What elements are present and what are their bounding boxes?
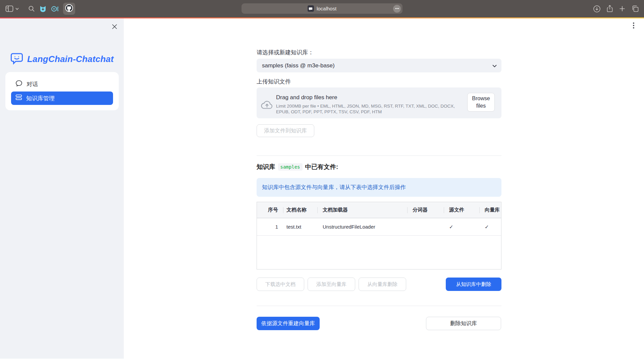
address-bar[interactable]: localhost — [241, 3, 402, 14]
tab-overview-icon[interactable] — [632, 5, 639, 12]
cell-name: test.txt — [283, 218, 317, 235]
upload-label: 上传知识文件 — [257, 78, 501, 85]
download-selected-button[interactable]: 下载选中文档 — [257, 278, 304, 291]
focus-ring-icon[interactable] — [51, 5, 58, 12]
files-heading-prefix: 知识库 — [257, 163, 275, 171]
delete-from-kb-button[interactable]: 从知识库中删除 — [446, 278, 501, 291]
divider — [257, 306, 501, 306]
table-row[interactable]: 1 test.txt UnstructuredFileLoader ✓ ✓ — [257, 218, 501, 236]
browser-toolbar: localhost — [0, 0, 644, 17]
site-favicon — [308, 5, 314, 12]
add-file-to-kb-button[interactable]: 添加文件到知识库 — [257, 124, 314, 137]
file-action-buttons: 下载选中文档 添加至向量库 从向量库删除 从知识库中删除 — [257, 278, 501, 291]
sidebar-toggle-button[interactable] — [5, 5, 19, 12]
dropzone-hint: Limit 200MB per file • EML, HTML, JSON, … — [276, 103, 466, 115]
sidebar-toggle-icon — [5, 5, 13, 12]
app-page: LangChain-Chatchat 对话 — [0, 18, 644, 362]
sidebar-item-label: 对话 — [26, 80, 38, 88]
col-header-source: 源文件 — [444, 202, 479, 218]
kb-footer-buttons: 依据源文件重建向量库 删除知识库 — [257, 317, 501, 330]
main-menu-button[interactable] — [630, 21, 637, 30]
delete-from-vectorstore-button[interactable]: 从向量库删除 — [359, 278, 406, 291]
sidebar-item-label: 知识库管理 — [26, 95, 55, 102]
downloads-shield-icon[interactable] — [40, 5, 46, 12]
github-icon — [65, 4, 73, 13]
file-dropzone[interactable]: Drag and drop files here Limit 200MB per… — [257, 87, 501, 118]
dropzone-title: Drag and drop files here — [276, 94, 466, 101]
github-tab-button[interactable] — [63, 3, 75, 15]
rebuild-vectorstore-button[interactable]: 依据源文件重建向量库 — [257, 317, 320, 330]
files-table[interactable]: 序号 文档名称 文档加载器 分词器 源文件 向量库 1 test.txt Uns… — [257, 202, 501, 269]
col-header-index: 序号 — [257, 202, 283, 218]
files-heading: 知识库 samples 中已有文件: — [257, 163, 501, 171]
col-header-loader: 文档加载器 — [317, 202, 407, 218]
info-banner: 知识库中包含源文件与向量库，请从下表中选择文件后操作 — [257, 178, 501, 197]
sidebar: LangChain-Chatchat 对话 — [0, 18, 124, 359]
kb-name-code: samples — [278, 163, 303, 171]
screen: localhost — [0, 0, 644, 362]
col-header-vector: 向量库 — [479, 202, 501, 218]
logo-text: LangChain-Chatchat — [27, 54, 114, 64]
delete-kb-button[interactable]: 删除知识库 — [426, 317, 501, 330]
divider — [257, 156, 501, 156]
add-to-vectorstore-button[interactable]: 添加至向量库 — [308, 278, 355, 291]
cell-index: 1 — [257, 218, 283, 235]
table-header-row: 序号 文档名称 文档加载器 分词器 源文件 向量库 — [257, 202, 501, 218]
new-tab-icon[interactable] — [619, 6, 625, 12]
browse-files-button[interactable]: Browse files — [467, 93, 495, 112]
download-circle-icon[interactable] — [593, 5, 600, 12]
cell-source-check: ✓ — [444, 218, 479, 235]
chevron-down-icon — [492, 63, 497, 69]
cell-loader: UnstructuredFileLoader — [317, 218, 407, 235]
cell-splitter — [407, 218, 444, 235]
sidebar-nav: 对话 知识库管理 — [5, 72, 119, 110]
kb-select[interactable]: samples (faiss @ m3e-base) — [257, 59, 501, 72]
dropzone-texts: Drag and drop files here Limit 200MB per… — [276, 94, 466, 115]
cloud-upload-icon — [261, 100, 273, 111]
chevron-down-icon — [15, 8, 19, 10]
more-options-icon[interactable] — [393, 5, 401, 12]
close-icon — [112, 24, 117, 30]
sidebar-close-button[interactable] — [110, 22, 119, 32]
files-heading-suffix: 中已有文件: — [305, 163, 338, 171]
cell-vector-check: ✓ — [479, 218, 501, 235]
col-header-name: 文档名称 — [283, 202, 317, 218]
sidebar-item-dialogue[interactable]: 对话 — [11, 77, 113, 91]
search-icon[interactable] — [28, 5, 35, 12]
chatchat-logo-icon — [10, 52, 23, 66]
share-icon[interactable] — [607, 5, 613, 12]
col-header-splitter: 分词器 — [407, 202, 444, 218]
url-text: localhost — [317, 6, 336, 11]
sidebar-item-kb-management[interactable]: 知识库管理 — [11, 92, 113, 105]
main-content: 请选择或新建知识库： samples (faiss @ m3e-base) 上传… — [257, 18, 501, 362]
chat-bubble-icon — [15, 80, 22, 88]
kb-select-value: samples (faiss @ m3e-base) — [262, 62, 492, 69]
knowledge-base-icon — [15, 94, 22, 102]
app-logo: LangChain-Chatchat — [10, 52, 114, 66]
kb-select-label: 请选择或新建知识库： — [257, 49, 501, 56]
info-text: 知识库中包含源文件与向量库，请从下表中选择文件后操作 — [262, 184, 406, 191]
